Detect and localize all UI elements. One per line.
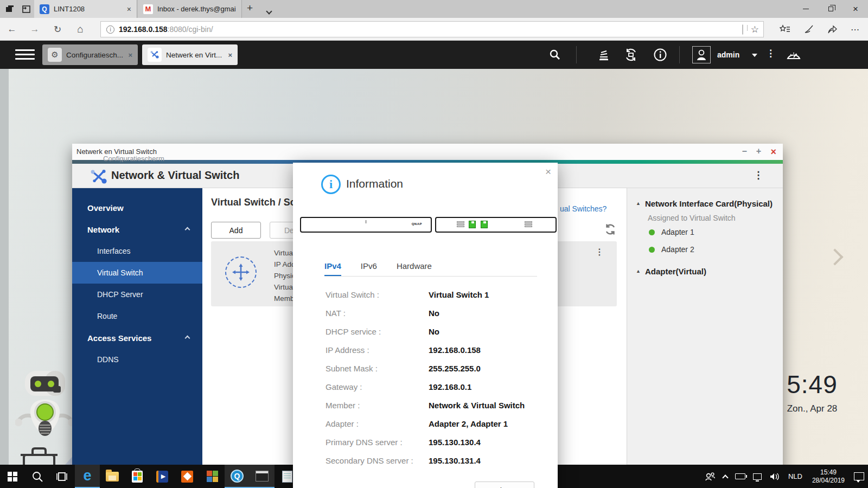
dialog-close-icon[interactable] — [545, 166, 551, 178]
language-indicator[interactable]: NLD — [788, 472, 802, 480]
reading-view-icon[interactable] — [742, 25, 743, 34]
taskbar-qfinder-icon[interactable]: Q — [225, 465, 250, 488]
browser-minimize-button[interactable] — [793, 0, 818, 18]
new-tab-button[interactable]: + — [247, 2, 253, 14]
address-bar[interactable]: i 192.168.0.158:8080/cgi-bin/ — [100, 21, 764, 37]
hidden-icons-chevron[interactable] — [723, 473, 727, 480]
refresh-icon[interactable] — [604, 223, 617, 238]
tab-list-chevron-icon[interactable] — [267, 6, 271, 16]
taskbar-store-icon[interactable] — [125, 465, 150, 488]
power-led — [365, 220, 367, 223]
nic-section-header[interactable]: Network Interface Card(Physical) — [636, 199, 775, 208]
browser-close-button[interactable] — [843, 0, 868, 18]
tab-ipv6[interactable]: IPv6 — [361, 261, 377, 277]
tabs-preview-icon[interactable] — [21, 4, 31, 15]
task-view-icon[interactable] — [50, 465, 75, 488]
admin-caret-icon[interactable] — [752, 54, 757, 57]
sidebar-item-virtual-switch[interactable]: Virtual Switch — [72, 262, 202, 284]
notifications-info-icon[interactable] — [652, 47, 668, 62]
window-title-bar[interactable]: Netwerk en Virtual Switch — [72, 144, 783, 160]
card-menu-icon[interactable] — [595, 247, 604, 257]
set-tabs-aside-icon[interactable] — [4, 4, 15, 15]
taskbar-file-explorer-icon[interactable] — [100, 465, 125, 488]
window-minimize-button[interactable] — [742, 146, 747, 156]
network-icon[interactable] — [753, 473, 762, 480]
battery-icon[interactable] — [735, 473, 745, 479]
qts-tab-control-panel[interactable]: Configuratiesch... — [42, 44, 138, 65]
user-avatar-icon[interactable] — [692, 46, 711, 63]
tray-clock[interactable]: 15:49 28/04/2019 — [812, 468, 845, 485]
taskbar-photos-icon[interactable] — [200, 465, 225, 488]
tab-hardware[interactable]: Hardware — [397, 261, 432, 277]
tab-close-icon[interactable] — [128, 51, 132, 59]
divider — [679, 46, 680, 63]
sidebar-item-overview[interactable]: Overview — [72, 197, 202, 219]
forward-icon[interactable] — [27, 22, 42, 36]
qnap-logo: QNAP — [412, 222, 422, 226]
favorites-hub-icon[interactable] — [777, 23, 793, 36]
external-device-icon[interactable] — [623, 47, 639, 62]
window-maximize-button[interactable] — [756, 146, 761, 156]
close-button[interactable]: Close — [475, 481, 534, 488]
search-icon[interactable] — [547, 47, 563, 62]
url-text[interactable]: 192.168.0.158:8080/cgi-bin/ — [119, 25, 735, 34]
qts-tab-label: Netwerk en Virt... — [166, 51, 225, 59]
qts-tab-network-virtual-switch[interactable]: Netwerk en Virt... — [142, 44, 238, 65]
chevron-up-icon — [185, 335, 190, 341]
tab-divider — [324, 276, 537, 277]
browser-menu-icon[interactable]: ⋯ — [847, 23, 864, 36]
refresh-icon[interactable] — [50, 22, 65, 36]
adapter-row: Adapter 1 — [649, 228, 775, 236]
sidebar-item-network[interactable]: Network — [72, 219, 202, 240]
background-tasks-icon[interactable] — [596, 47, 612, 62]
admin-menu[interactable]: admin — [717, 50, 739, 59]
favorite-star-icon[interactable] — [751, 24, 759, 35]
virtual-adapter-section-header[interactable]: Adapter(Virtual) — [636, 267, 775, 276]
qts-desktop: 5:49 Zon., Apr 28 Netwerk en Virtual Swi… — [0, 69, 868, 465]
browser-tab-gmail[interactable]: M Inbox - derek.thys@gmail.c — [138, 0, 242, 18]
sidebar-item-ddns[interactable]: DDNS — [72, 349, 202, 370]
browser-toolbar: i 192.168.0.158:8080/cgi-bin/ ⋯ — [0, 18, 868, 41]
field-row: Subnet Mask :255.255.255.0 — [326, 363, 538, 374]
start-button[interactable] — [0, 465, 25, 488]
annotate-pen-icon[interactable] — [801, 23, 817, 36]
sidebar-item-dhcp-server[interactable]: DHCP Server — [72, 284, 202, 305]
window-close-button[interactable] — [770, 146, 776, 158]
tab-close-icon[interactable] — [127, 5, 131, 14]
tray-date: 28/04/2019 — [812, 477, 845, 484]
ethernet-port-2-icon[interactable] — [481, 221, 488, 228]
main-menu-icon[interactable] — [15, 49, 35, 62]
wallpaper-strip — [0, 69, 9, 465]
dialog-tabs: IPv4 IPv6 Hardware — [324, 261, 451, 277]
next-desktop-chevron-icon[interactable] — [826, 248, 843, 265]
sidebar-item-access-services[interactable]: Access Services — [72, 327, 202, 349]
people-icon[interactable] — [705, 472, 716, 481]
volume-icon[interactable] — [769, 472, 780, 481]
add-button[interactable]: Add — [211, 222, 261, 239]
taskbar-terminal-icon[interactable] — [250, 465, 275, 488]
tab-close-icon[interactable] — [228, 51, 232, 59]
browser-restore-button[interactable] — [818, 0, 843, 18]
resource-monitor-icon[interactable] — [786, 47, 802, 62]
taskbar-office-icon[interactable] — [175, 465, 200, 488]
app-menu-icon[interactable] — [754, 169, 763, 181]
taskbar-media-player-icon[interactable]: ▶ — [150, 465, 175, 488]
back-icon[interactable] — [4, 22, 20, 36]
taskbar-search-icon[interactable] — [25, 465, 50, 488]
ethernet-port-1-icon[interactable] — [469, 221, 476, 228]
help-link[interactable]: ual Switches? — [560, 204, 607, 213]
app-title: Network & Virtual Switch — [111, 169, 239, 182]
tab-ipv4[interactable]: IPv4 — [324, 261, 341, 277]
action-center-icon[interactable] — [854, 472, 864, 480]
browser-tab-title: LINT1208 — [54, 5, 124, 13]
taskbar-edge-icon[interactable]: e — [75, 465, 100, 488]
share-icon[interactable] — [824, 23, 840, 36]
background-window-title: Configuratiescherm — [103, 155, 164, 162]
more-options-icon[interactable] — [766, 48, 775, 59]
status-dot-green — [649, 229, 655, 235]
site-info-icon[interactable]: i — [106, 25, 114, 34]
home-icon[interactable] — [73, 22, 88, 36]
browser-tab-qnap[interactable]: Q LINT1208 — [34, 0, 137, 18]
sidebar-item-route[interactable]: Route — [72, 305, 202, 327]
sidebar-item-interfaces[interactable]: Interfaces — [72, 240, 202, 262]
